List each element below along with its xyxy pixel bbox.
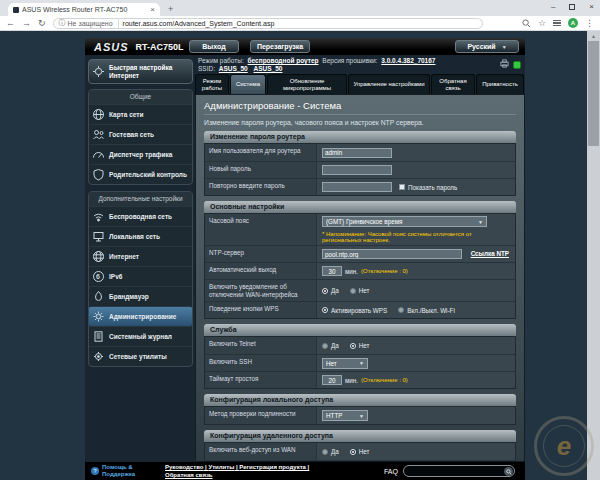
- parental-control-icon: [92, 168, 105, 181]
- window-close-button[interactable]: ×: [589, 2, 594, 11]
- tab-title: ASUS Wireless Router RT-AC750: [22, 6, 147, 13]
- sidebar: Быстрая настройка Интернет Общие Карта с…: [85, 55, 195, 462]
- footer-link-manual[interactable]: Руководство: [165, 464, 208, 470]
- window-maximize-button[interactable]: [569, 4, 575, 10]
- logout-button[interactable]: Выход: [189, 40, 239, 53]
- ssid-1-link[interactable]: ASUS_50: [219, 65, 248, 72]
- footer-link-feedback[interactable]: Обратная связь: [165, 472, 213, 478]
- footer-link-registration[interactable]: Регистрация продукта: [239, 464, 309, 470]
- sidebar-item-system-log[interactable]: Системный журнал: [89, 326, 192, 346]
- zoom-icon[interactable]: [522, 19, 531, 28]
- address-bar[interactable]: ⓘ Не защищено router.asus.com/Advanced_S…: [53, 18, 483, 29]
- username-input[interactable]: [322, 148, 392, 158]
- bookmark-star-icon[interactable]: ☆: [538, 19, 546, 28]
- quick-setup-button[interactable]: Быстрая настройка Интернет: [88, 59, 193, 84]
- sidebar-item-parental-control[interactable]: Родительский контроль: [89, 164, 192, 184]
- sidebar-item-wan[interactable]: Интернет: [89, 246, 192, 266]
- chevron-down-icon: ▼: [478, 219, 483, 225]
- page-scrollbar[interactable]: ▲: [587, 31, 600, 480]
- tab-privacy[interactable]: Приватность: [476, 74, 524, 94]
- toolbar-list-icon[interactable]: [553, 20, 561, 27]
- radio-yes[interactable]: [322, 449, 328, 455]
- auth-method-select[interactable]: HTTP▼: [322, 410, 368, 421]
- ssid-2-link[interactable]: ASUS_50: [254, 65, 283, 72]
- sidebar-item-lan[interactable]: Локальная сеть: [89, 226, 192, 246]
- new-password-input[interactable]: [322, 165, 392, 175]
- help-support-link[interactable]: ? Помощь & Поддержка: [91, 464, 157, 478]
- router-admin-page: ASUS RT-AC750L Выход Перезагрузка Русски…: [85, 38, 525, 480]
- section-header-basic: Основные настройки: [204, 201, 516, 213]
- watermark-letter: e: [543, 425, 585, 467]
- url-text[interactable]: router.asus.com/Advanced_System_Content.…: [123, 20, 275, 27]
- ntp-link[interactable]: Ссылка NTP: [471, 250, 509, 257]
- sidebar-item-administration[interactable]: Администрирование: [89, 306, 192, 326]
- browser-toolbar: ← → ↻ ⓘ Не защищено router.asus.com/Adva…: [0, 16, 600, 31]
- sidebar-advanced-header: Дополнительные настройки: [89, 192, 192, 206]
- sidebar-item-guest-network[interactable]: Гостевая сеть: [89, 124, 192, 144]
- show-password-checkbox[interactable]: [399, 184, 405, 190]
- chevron-down-icon: ▼: [359, 360, 364, 366]
- radio-no[interactable]: [350, 449, 356, 455]
- network-tools-icon: [92, 350, 105, 363]
- site-watermark: e: [534, 416, 594, 476]
- search-icon[interactable]: [504, 467, 513, 476]
- sidebar-item-network-tools[interactable]: Сетевые утилиты: [89, 346, 192, 366]
- menu-icon[interactable]: ⋮: [585, 19, 594, 28]
- radio-activate-wps[interactable]: [322, 307, 328, 313]
- internet-status-icon[interactable]: [513, 61, 521, 69]
- auto-logout-input[interactable]: [322, 266, 342, 276]
- sidebar-general-panel: Общие Карта сети Гостевая сеть Диспетчер…: [88, 89, 193, 185]
- radio-no[interactable]: [350, 343, 356, 349]
- radio-toggle-wifi[interactable]: [398, 307, 404, 313]
- footer-link-utilities[interactable]: Утилиты: [208, 464, 239, 470]
- firmware-version-link[interactable]: 3.0.0.4.382_70167: [381, 57, 435, 64]
- reload-icon[interactable]: ↻: [38, 19, 46, 28]
- back-icon[interactable]: ←: [6, 19, 15, 28]
- ssh-select[interactable]: Нет▼: [322, 358, 368, 369]
- printer-icon[interactable]: [500, 59, 509, 70]
- row-new-password: Новый пароль: [205, 161, 515, 178]
- row-username: Имя пользователя для роутера: [205, 144, 515, 161]
- sidebar-item-wireless[interactable]: Беспроводная сеть: [89, 206, 192, 226]
- security-label: Не защищено: [68, 20, 113, 27]
- sidebar-item-network-map[interactable]: Карта сети: [89, 104, 192, 124]
- radio-yes[interactable]: [322, 343, 328, 349]
- router-model: RT-AC750L: [136, 42, 184, 52]
- browser-tab[interactable]: ASUS Wireless Router RT-AC750 ×: [8, 3, 160, 16]
- section-header-service: Служба: [204, 324, 516, 336]
- router-footer: ? Помощь & Поддержка РуководствоУтилитыР…: [85, 462, 525, 480]
- retype-password-input[interactable]: [322, 182, 392, 192]
- reboot-button[interactable]: Перезагрузка: [250, 40, 310, 53]
- row-enable-telnet: Включить Telnet Да Нет: [205, 337, 515, 354]
- mode-value-link[interactable]: беспроводной роутер: [248, 57, 319, 64]
- site-security: ⓘ Не защищено: [59, 18, 119, 28]
- scroll-up-icon[interactable]: ▲: [587, 31, 600, 41]
- time-zone-note: * Напоминание: Часовой пояс системы отли…: [322, 231, 510, 243]
- wizard-gear-icon: [92, 65, 105, 78]
- forward-icon[interactable]: →: [22, 19, 31, 28]
- radio-no[interactable]: [350, 288, 356, 294]
- tab-firmware-upgrade[interactable]: Обновление микропрограммы: [267, 74, 347, 94]
- tab-operation-mode[interactable]: Режим работы: [195, 74, 229, 94]
- sidebar-item-firewall[interactable]: Брандмауэр: [89, 286, 192, 306]
- tab-feedback[interactable]: Обратная связь: [431, 74, 475, 94]
- language-select[interactable]: Русский ▼: [455, 40, 519, 53]
- profile-avatar[interactable]: A: [568, 18, 578, 28]
- sidebar-item-traffic-manager[interactable]: Диспетчер трафика: [89, 144, 192, 164]
- tab-close-icon[interactable]: ×: [150, 6, 155, 14]
- sidebar-item-ipv6[interactable]: 6 IPv6: [89, 266, 192, 286]
- scrollbar-thumb[interactable]: [588, 41, 599, 146]
- faq-label: FAQ: [384, 468, 398, 475]
- time-zone-select[interactable]: (GMT) Гринвичское время▼: [322, 216, 487, 227]
- firewall-icon: [92, 290, 105, 303]
- info-icon[interactable]: ⓘ: [59, 18, 66, 28]
- ipv6-icon: 6: [92, 270, 105, 283]
- new-tab-button[interactable]: +: [168, 4, 173, 14]
- radio-yes[interactable]: [322, 288, 328, 294]
- window-minimize-button[interactable]: –: [551, 2, 555, 11]
- tab-system[interactable]: Система: [230, 74, 266, 94]
- idle-timeout-input[interactable]: [322, 375, 342, 385]
- faq-search-input[interactable]: [403, 465, 515, 477]
- ntp-server-input[interactable]: [322, 249, 462, 259]
- tab-settings-management[interactable]: Управление настройками: [348, 74, 430, 94]
